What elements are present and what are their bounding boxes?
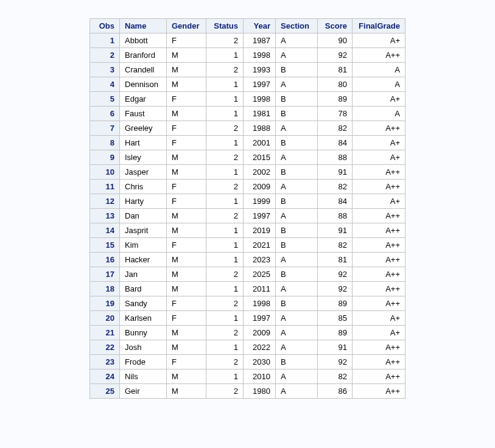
cell-section: A — [276, 369, 318, 384]
cell-name: Bunny — [120, 326, 167, 340]
table-row: 16HackerM12023A81A++ — [90, 253, 405, 267]
cell-gender: F — [167, 355, 206, 369]
cell-name: Bard — [120, 282, 167, 296]
cell-finalgrade: A++ — [353, 180, 405, 194]
cell-year: 1998 — [244, 296, 276, 311]
cell-obs: 4 — [90, 77, 120, 92]
cell-score: 81 — [318, 253, 353, 267]
cell-finalgrade: A++ — [353, 48, 405, 63]
cell-section: B — [276, 296, 318, 311]
col-header-name: Name — [120, 19, 167, 33]
cell-year: 1997 — [244, 311, 276, 326]
cell-year: 2019 — [244, 223, 276, 238]
table-row: 15KimF12021B82A++ — [90, 238, 405, 253]
cell-section: A — [276, 282, 318, 296]
cell-score: 85 — [318, 311, 353, 326]
cell-status: 2 — [206, 267, 244, 282]
cell-gender: F — [167, 92, 206, 107]
cell-name: Abbott — [120, 33, 167, 48]
cell-score: 86 — [318, 384, 353, 399]
table-row: 13DanM21997A88A++ — [90, 209, 405, 223]
cell-status: 2 — [206, 121, 244, 136]
cell-name: Jasper — [120, 165, 167, 180]
cell-section: B — [276, 267, 318, 282]
cell-obs: 12 — [90, 194, 120, 209]
cell-finalgrade: A++ — [353, 282, 405, 296]
cell-name: Dennison — [120, 77, 167, 92]
cell-finalgrade: A++ — [353, 253, 405, 267]
cell-year: 1999 — [244, 194, 276, 209]
cell-gender: M — [167, 48, 206, 63]
table-row: 5EdgarF11998B89A+ — [90, 92, 405, 107]
cell-status: 2 — [206, 355, 244, 369]
cell-score: 91 — [318, 165, 353, 180]
col-header-finalgrade: FinalGrade — [353, 19, 405, 33]
cell-status: 2 — [206, 326, 244, 340]
col-header-score: Score — [318, 19, 353, 33]
cell-score: 91 — [318, 340, 353, 355]
cell-year: 2015 — [244, 150, 276, 165]
cell-section: A — [276, 77, 318, 92]
cell-status: 2 — [206, 209, 244, 223]
cell-gender: M — [167, 165, 206, 180]
cell-status: 1 — [206, 369, 244, 384]
cell-year: 2009 — [244, 326, 276, 340]
cell-section: B — [276, 165, 318, 180]
cell-section: A — [276, 150, 318, 165]
cell-gender: F — [167, 238, 206, 253]
cell-gender: F — [167, 194, 206, 209]
table-row: 22JoshM12022A91A++ — [90, 340, 405, 355]
cell-obs: 11 — [90, 180, 120, 194]
table-row: 2BranfordM11998A92A++ — [90, 48, 405, 63]
cell-finalgrade: A — [353, 107, 405, 121]
cell-section: B — [276, 63, 318, 77]
cell-finalgrade: A++ — [353, 209, 405, 223]
table-row: 3CrandellM21993B81A — [90, 63, 405, 77]
cell-gender: F — [167, 136, 206, 150]
cell-year: 1980 — [244, 384, 276, 399]
table-row: 7GreeleyF21988A82A++ — [90, 121, 405, 136]
cell-obs: 5 — [90, 92, 120, 107]
cell-status: 1 — [206, 282, 244, 296]
cell-section: A — [276, 253, 318, 267]
cell-score: 89 — [318, 92, 353, 107]
cell-name: Chris — [120, 180, 167, 194]
cell-name: Greeley — [120, 121, 167, 136]
cell-score: 92 — [318, 48, 353, 63]
table-row: 23FrodeF22030B92A++ — [90, 355, 405, 369]
cell-year: 2010 — [244, 369, 276, 384]
cell-year: 1998 — [244, 48, 276, 63]
table-row: 8HartF12001B84A+ — [90, 136, 405, 150]
cell-finalgrade: A+ — [353, 311, 405, 326]
cell-name: Sandy — [120, 296, 167, 311]
cell-finalgrade: A+ — [353, 92, 405, 107]
cell-name: Faust — [120, 107, 167, 121]
cell-finalgrade: A++ — [353, 267, 405, 282]
table-row: 12HartyF11999B84A+ — [90, 194, 405, 209]
cell-status: 1 — [206, 48, 244, 63]
cell-year: 1997 — [244, 209, 276, 223]
cell-year: 2030 — [244, 355, 276, 369]
cell-name: Isley — [120, 150, 167, 165]
cell-section: B — [276, 107, 318, 121]
cell-year: 2023 — [244, 253, 276, 267]
cell-status: 2 — [206, 33, 244, 48]
cell-name: Kim — [120, 238, 167, 253]
cell-section: A — [276, 311, 318, 326]
table-row: 9IsleyM22015A88A+ — [90, 150, 405, 165]
cell-score: 80 — [318, 77, 353, 92]
cell-gender: M — [167, 384, 206, 399]
cell-gender: M — [167, 282, 206, 296]
cell-name: Nils — [120, 369, 167, 384]
cell-name: Branford — [120, 48, 167, 63]
col-header-gender: Gender — [167, 19, 206, 33]
cell-gender: M — [167, 253, 206, 267]
cell-section: A — [276, 48, 318, 63]
table-row: 14JaspritM12019B91A++ — [90, 223, 405, 238]
cell-score: 90 — [318, 33, 353, 48]
cell-obs: 15 — [90, 238, 120, 253]
table-row: 21BunnyM22009A89A+ — [90, 326, 405, 340]
col-header-status: Status — [206, 19, 244, 33]
cell-name: Jasprit — [120, 223, 167, 238]
table-row: 17JanM22025B92A++ — [90, 267, 405, 282]
